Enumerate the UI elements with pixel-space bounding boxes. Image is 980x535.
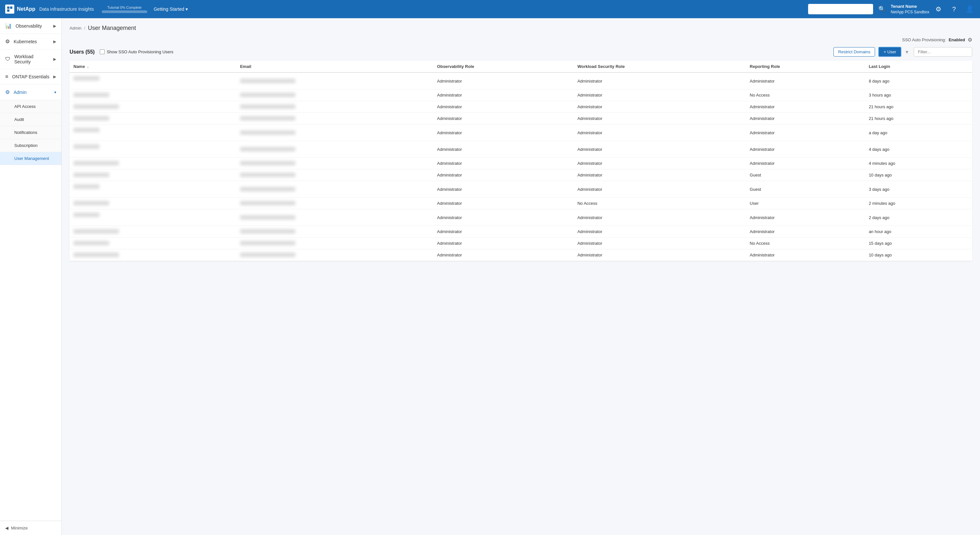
search-icon-button[interactable]: 🔍 [877, 4, 887, 14]
cell-lastLogin: an hour ago [865, 226, 972, 237]
cell-lastLogin: 3 hours ago [865, 89, 972, 101]
sso-label: SSO Auto Provisioning: [902, 37, 946, 42]
cell-email: blurred@email.com [236, 197, 433, 209]
cell-lastLogin: 3 days ago [865, 181, 972, 197]
chevron-down-icon: ▾ [186, 6, 188, 12]
sidebar-item-workload-security[interactable]: 🛡 Workload Security ▶ [0, 49, 61, 69]
admin-sub-menu: API Access Audit Notifications Subscript… [0, 100, 61, 165]
breadcrumb-admin-link[interactable]: Admin [70, 25, 81, 30]
table-row[interactable]: blurred name hereblurred@email.comAdmini… [70, 226, 972, 237]
sidebar-item-admin-label: Admin [14, 90, 50, 95]
cell-observabilityRole: Administrator [433, 89, 574, 101]
cell-name: blurred name here [70, 226, 236, 237]
table-row[interactable]: blurred name hereblurred@email.comAdmini… [70, 237, 972, 249]
sso-config-icon[interactable]: ⚙ [968, 37, 972, 43]
cell-workloadSecurityRole: Administrator [574, 169, 746, 181]
table-row[interactable]: blurred name hereblurred@email.comAdmini… [70, 181, 972, 197]
show-sso-checkbox-label[interactable]: Show SSO Auto Provisioning Users [100, 49, 173, 54]
table-row[interactable]: blurred name hereblurred@email.comAdmini… [70, 169, 972, 181]
table-row[interactable]: blurred name hereblurred@email.comAdmini… [70, 89, 972, 101]
breadcrumb: Admin / User Management [70, 25, 972, 32]
table-row[interactable]: blurred name hereblurred@email.comAdmini… [70, 124, 972, 141]
cell-lastLogin: 2 days ago [865, 209, 972, 226]
cell-lastLogin: 2 minutes ago [865, 197, 972, 209]
col-name[interactable]: Name ↓ [70, 61, 236, 72]
sidebar-item-observability[interactable]: 📊 Observability ▶ [0, 18, 61, 34]
cell-email: blurred@email.com [236, 169, 433, 181]
col-email: Email [236, 61, 433, 72]
table-row[interactable]: blurred name hereblurred@email.comAdmini… [70, 72, 972, 89]
app-name: Data Infrastructure Insights [39, 6, 94, 12]
minimize-button[interactable]: ◀ Minimize [0, 521, 61, 535]
cell-reportingRole: Administrator [746, 124, 865, 141]
add-user-button[interactable]: + User [878, 47, 901, 57]
cell-name: blurred name here [70, 249, 236, 261]
tutorial-label: Tutorial 0% Complete [107, 6, 142, 10]
sidebar-item-api-access[interactable]: API Access [0, 100, 61, 113]
cell-lastLogin: 10 days ago [865, 169, 972, 181]
filter-input[interactable] [914, 47, 972, 57]
cell-reportingRole: User [746, 197, 865, 209]
show-sso-checkbox[interactable] [100, 49, 105, 54]
table-row[interactable]: blurred name hereblurred@email.comAdmini… [70, 197, 972, 209]
cell-name: blurred name here [70, 113, 236, 124]
chevron-left-icon: ◀ [5, 525, 8, 530]
cell-email: blurred@email.com [236, 101, 433, 113]
cell-workloadSecurityRole: Administrator [574, 237, 746, 249]
cell-email: blurred@email.com [236, 237, 433, 249]
cell-workloadSecurityRole: Administrator [574, 181, 746, 197]
table-row[interactable]: blurred name hereblurred@email.comAdmini… [70, 101, 972, 113]
search-input[interactable] [808, 4, 873, 14]
table-row[interactable]: blurred name hereblurred@email.comAdmini… [70, 249, 972, 261]
chevron-right-icon-3: ▶ [53, 57, 56, 61]
table-row[interactable]: blurred name hereblurred@email.comAdmini… [70, 113, 972, 124]
restrict-domains-button[interactable]: Restrict Domains [834, 47, 875, 57]
cell-email: blurred@email.com [236, 181, 433, 197]
cell-name: blurred name here [70, 141, 236, 158]
sidebar-item-subscription[interactable]: Subscription [0, 139, 61, 152]
cell-email: blurred@email.com [236, 226, 433, 237]
help-icon: ? [952, 6, 956, 13]
cell-workloadSecurityRole: Administrator [574, 226, 746, 237]
cell-observabilityRole: Administrator [433, 141, 574, 158]
cell-reportingRole: Administrator [746, 101, 865, 113]
chevron-right-icon: ▶ [53, 24, 56, 28]
cell-workloadSecurityRole: Administrator [574, 89, 746, 101]
sidebar-item-user-management[interactable]: User Management [0, 152, 61, 165]
tenant-info: Tenant Name NetApp PCS Sandbox [891, 3, 929, 15]
table-row[interactable]: blurred name hereblurred@email.comAdmini… [70, 141, 972, 158]
cell-name: blurred name here [70, 124, 236, 141]
search-icon: 🔍 [878, 6, 885, 12]
table-row[interactable]: blurred name hereblurred@email.comAdmini… [70, 158, 972, 169]
col-observability-role: Observability Role [433, 61, 574, 72]
netapp-logo-icon [5, 5, 14, 14]
svg-rect-0 [7, 6, 10, 9]
cell-workloadSecurityRole: Administrator [574, 72, 746, 89]
sidebar-item-ontap-label: ONTAP Essentials [12, 74, 49, 79]
svg-rect-2 [7, 10, 10, 12]
cell-reportingRole: No Access [746, 237, 865, 249]
sidebar-item-admin[interactable]: ⚙ Admin ▾ [0, 84, 61, 100]
help-icon-button[interactable]: ? [949, 4, 959, 14]
minimize-label: Minimize [11, 525, 28, 530]
ontap-icon: ≡ [5, 74, 8, 80]
user-icon-button[interactable]: 👤 [964, 4, 975, 14]
sidebar-item-ontap[interactable]: ≡ ONTAP Essentials ▶ [0, 69, 61, 84]
cell-observabilityRole: Administrator [433, 169, 574, 181]
chevron-down-icon-admin: ▾ [54, 90, 56, 95]
cell-email: blurred@email.com [236, 209, 433, 226]
table-row[interactable]: blurred name hereblurred@email.comAdmini… [70, 209, 972, 226]
show-sso-label-text: Show SSO Auto Provisioning Users [107, 49, 173, 54]
top-navigation: NetApp Data Infrastructure Insights Tuto… [0, 0, 980, 18]
cell-reportingRole: Guest [746, 181, 865, 197]
sidebar-item-kubernetes[interactable]: ⚙ Kubernetes ▶ [0, 34, 61, 49]
col-last-login: Last Login [865, 61, 972, 72]
netapp-logo[interactable]: NetApp [5, 5, 35, 14]
cell-observabilityRole: Administrator [433, 237, 574, 249]
sidebar-item-notifications[interactable]: Notifications [0, 126, 61, 139]
getting-started-button[interactable]: Getting Started ▾ [151, 5, 191, 13]
sidebar-item-audit[interactable]: Audit [0, 113, 61, 126]
settings-icon-button[interactable]: ⚙ [933, 4, 943, 14]
cell-observabilityRole: Administrator [433, 158, 574, 169]
cell-email: blurred@email.com [236, 249, 433, 261]
